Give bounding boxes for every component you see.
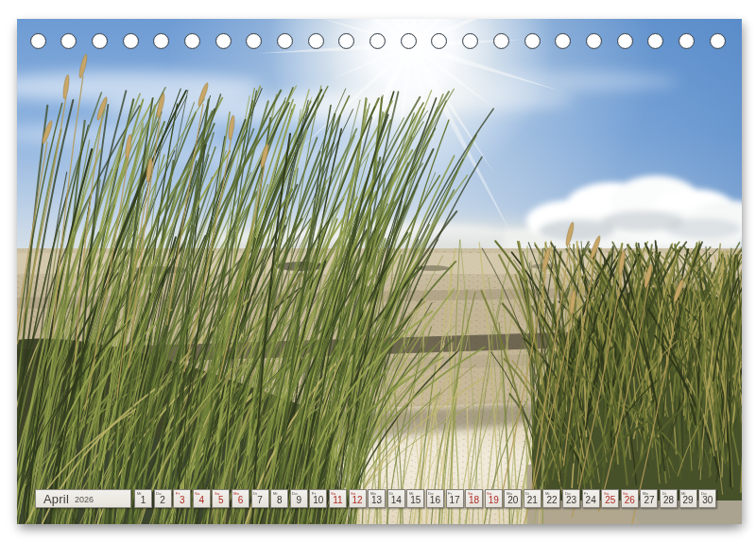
day-cell: Fr17 <box>446 489 464 508</box>
day-cell: Mo27 <box>640 489 658 508</box>
binding-hole-icon <box>153 33 169 49</box>
day-number: 11 <box>330 495 346 505</box>
day-cell: Di14 <box>387 489 405 508</box>
day-cell: Di21 <box>524 489 541 508</box>
binding-hole-icon <box>60 33 77 49</box>
day-number: 7 <box>252 495 268 505</box>
day-number: 15 <box>407 495 423 505</box>
day-cell: Do30 <box>698 489 716 508</box>
day-number: 28 <box>661 495 677 505</box>
day-number: 6 <box>232 495 249 505</box>
day-cells: Mi1Do2Fr3Sa4So5Mo6Di7Mi8Do9Fr10Sa11So12M… <box>134 489 716 508</box>
day-number: 5 <box>213 495 229 505</box>
binding-hole-icon <box>524 33 541 49</box>
day-cell: Mo13 <box>368 489 386 508</box>
day-number: 19 <box>486 495 502 505</box>
day-number: 16 <box>427 495 443 505</box>
day-number: 12 <box>350 495 366 505</box>
day-number: 24 <box>583 495 599 505</box>
binding-hole-icon <box>246 33 262 49</box>
day-number: 26 <box>622 495 638 505</box>
day-cell: Mi1 <box>134 489 152 508</box>
month-label: April 2026 <box>35 489 131 508</box>
day-cell: So5 <box>212 489 230 508</box>
binding-hole-icon <box>617 33 633 49</box>
month-name: April <box>43 492 69 506</box>
day-cell: Mi29 <box>679 489 697 508</box>
calendar-strip: April 2026 Mi1Do2Fr3Sa4So5Mo6Di7Mi8Do9Fr… <box>35 489 716 508</box>
calendar-page: April 2026 Mi1Do2Fr3Sa4So5Mo6Di7Mi8Do9Fr… <box>17 19 742 524</box>
binding-hole-icon <box>338 33 354 49</box>
day-cell: Fr10 <box>309 489 327 508</box>
day-cell: Fr3 <box>173 489 191 508</box>
day-cell: Mo20 <box>504 489 522 508</box>
year-label: 2026 <box>75 493 94 504</box>
binding-hole-icon <box>123 33 139 49</box>
day-number: 25 <box>602 495 618 505</box>
binding-hole-icon <box>710 33 726 49</box>
binding-hole-icon <box>369 33 386 49</box>
day-cell: Sa18 <box>465 489 483 508</box>
day-number: 1 <box>135 495 151 505</box>
binding-hole-icon <box>555 33 571 49</box>
binding-hole-icon <box>431 33 447 49</box>
day-cell: So26 <box>621 489 639 508</box>
day-number: 13 <box>369 495 385 505</box>
day-cell: Do2 <box>154 489 172 508</box>
day-number: 3 <box>174 495 190 505</box>
day-number: 8 <box>271 495 287 505</box>
binding-hole-icon <box>184 33 200 49</box>
beach-dunes-photo <box>17 19 742 524</box>
binding-hole-icon <box>401 33 417 49</box>
day-number: 21 <box>524 495 541 505</box>
day-cell: Mi8 <box>270 489 288 508</box>
day-number: 4 <box>194 495 210 505</box>
day-number: 10 <box>310 495 326 505</box>
day-number: 27 <box>641 495 657 505</box>
binding-hole-icon <box>30 33 46 49</box>
day-cell: Sa11 <box>329 489 347 508</box>
day-cell: Sa4 <box>193 489 211 508</box>
binding-hole-icon <box>586 33 602 49</box>
spiral-binding <box>30 33 726 49</box>
day-cell: Do16 <box>426 489 444 508</box>
binding-hole-icon <box>92 33 108 49</box>
day-cell: Di28 <box>660 489 678 508</box>
day-cell: Do9 <box>290 489 308 508</box>
day-cell: Mo6 <box>232 489 249 508</box>
day-cell: Fr24 <box>582 489 600 508</box>
binding-hole-icon <box>215 33 232 49</box>
day-cell: Mi22 <box>542 489 560 508</box>
day-number: 23 <box>563 495 579 505</box>
day-number: 29 <box>680 495 696 505</box>
day-cell: Mi15 <box>406 489 424 508</box>
binding-hole-icon <box>462 33 478 49</box>
day-number: 18 <box>466 495 482 505</box>
calendar-product-shot: April 2026 Mi1Do2Fr3Sa4So5Mo6Di7Mi8Do9Fr… <box>0 0 756 543</box>
binding-hole-icon <box>308 33 324 49</box>
binding-hole-icon <box>493 33 509 49</box>
day-cell: So19 <box>485 489 503 508</box>
day-cell: Do23 <box>562 489 580 508</box>
binding-hole-icon <box>679 33 695 49</box>
day-number: 30 <box>699 495 715 505</box>
day-number: 20 <box>505 495 521 505</box>
binding-hole-icon <box>277 33 293 49</box>
day-number: 2 <box>155 495 171 505</box>
day-cell: Di7 <box>251 489 269 508</box>
day-cell: So12 <box>349 489 367 508</box>
day-number: 17 <box>447 495 463 505</box>
binding-hole-icon <box>647 33 663 49</box>
day-number: 22 <box>543 495 559 505</box>
day-number: 14 <box>388 495 404 505</box>
day-cell: Sa25 <box>601 489 619 508</box>
day-number: 9 <box>291 495 307 505</box>
